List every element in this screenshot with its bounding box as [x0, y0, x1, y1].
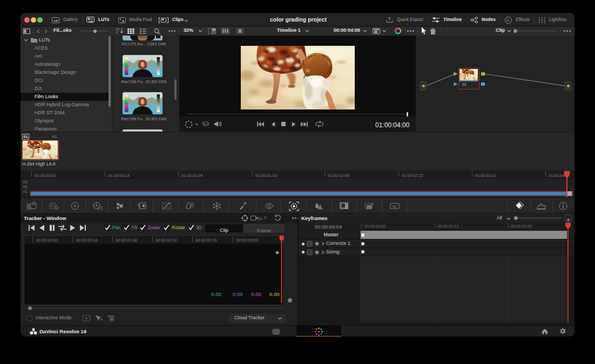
svg-text:fx: fx	[506, 18, 510, 22]
svg-text:3D: 3D	[393, 205, 397, 208]
svg-text:fx: fx	[259, 216, 262, 221]
